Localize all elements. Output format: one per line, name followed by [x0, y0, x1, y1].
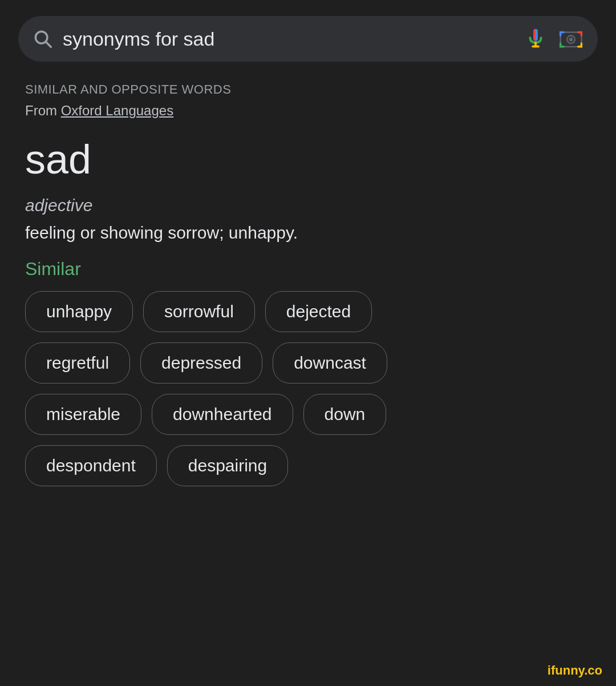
mic-icon[interactable]	[522, 26, 549, 52]
synonyms-row-1: unhappy sorrowful dejected	[25, 291, 591, 332]
synonym-depressed[interactable]: depressed	[140, 342, 262, 384]
ifunny-watermark: ifunny.co	[548, 663, 602, 678]
synonym-down[interactable]: down	[303, 394, 387, 435]
word-definition: feeling or showing sorrow; unhappy.	[25, 221, 591, 245]
svg-line-1	[46, 42, 51, 47]
word-title: sad	[25, 137, 591, 182]
camera-icon[interactable]	[558, 26, 584, 52]
similar-label: Similar	[25, 259, 591, 280]
page-wrapper: synonyms for sad	[0, 0, 616, 686]
synonyms-row-3: miserable downhearted down	[25, 394, 591, 435]
search-icon	[32, 28, 54, 50]
synonym-regretful[interactable]: regretful	[25, 342, 130, 384]
source-prefix: From	[25, 103, 61, 118]
synonym-miserable[interactable]: miserable	[25, 394, 141, 435]
synonyms-row-2: regretful depressed downcast	[25, 342, 591, 384]
synonym-unhappy[interactable]: unhappy	[25, 291, 133, 332]
search-input[interactable]: synonyms for sad	[63, 28, 513, 50]
oxford-languages-link[interactable]: Oxford Languages	[61, 103, 173, 118]
search-bar-container: synonyms for sad	[0, 0, 616, 73]
word-part-of-speech: adjective	[25, 196, 591, 215]
synonyms-grid: unhappy sorrowful dejected regretful dep…	[25, 291, 591, 486]
synonym-despairing[interactable]: despairing	[167, 445, 288, 486]
source-line: From Oxford Languages	[25, 103, 591, 119]
synonym-sorrowful[interactable]: sorrowful	[143, 291, 255, 332]
search-bar[interactable]: synonyms for sad	[18, 16, 598, 62]
synonym-downhearted[interactable]: downhearted	[152, 394, 293, 435]
synonym-downcast[interactable]: downcast	[273, 342, 387, 384]
section-header: SIMILAR AND OPPOSITE WORDS	[25, 82, 591, 97]
synonym-dejected[interactable]: dejected	[265, 291, 372, 332]
synonym-despondent[interactable]: despondent	[25, 445, 157, 486]
svg-point-7	[569, 38, 573, 42]
main-content: SIMILAR AND OPPOSITE WORDS From Oxford L…	[0, 73, 616, 509]
synonyms-row-4: despondent despairing	[25, 445, 591, 486]
